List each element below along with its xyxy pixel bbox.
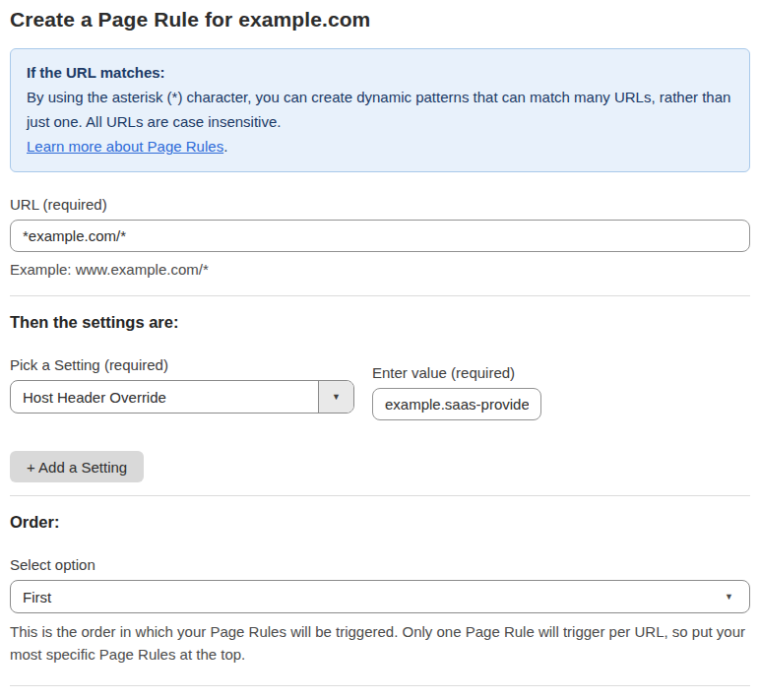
setting-value-input[interactable] (372, 388, 541, 420)
select-arrow-button[interactable]: ▼ (318, 381, 353, 413)
enter-value-column: Enter value (required) (372, 364, 541, 420)
settings-section-heading: Then the settings are: (10, 313, 750, 332)
order-helper-text: This is the order in which your Page Rul… (10, 620, 750, 666)
order-selected-value: First (23, 589, 51, 605)
add-setting-button[interactable]: + Add a Setting (10, 451, 144, 482)
url-example-helper: Example: www.example.com/* (10, 261, 750, 278)
order-select-label: Select option (10, 556, 750, 573)
pick-setting-column: Pick a Setting (required) Host Header Ov… (10, 356, 354, 414)
order-select[interactable]: First ▼ (10, 580, 750, 613)
info-box-link-line: Learn more about Page Rules. (27, 134, 733, 159)
divider (10, 295, 750, 296)
order-section-heading: Order: (10, 513, 750, 532)
pick-setting-selected-value: Host Header Override (11, 381, 318, 413)
caret-down-icon: ▼ (332, 393, 341, 402)
caret-down-icon: ▼ (725, 593, 733, 602)
page-title: Create a Page Rule for example.com (10, 8, 750, 32)
divider (10, 495, 750, 496)
divider (10, 685, 750, 686)
url-input[interactable] (10, 220, 750, 252)
pick-setting-select[interactable]: Host Header Override ▼ (10, 380, 354, 414)
learn-more-link[interactable]: Learn more about Page Rules (27, 138, 223, 155)
create-page-rule-form: Create a Page Rule for example.com If th… (0, 0, 760, 700)
enter-value-label: Enter value (required) (372, 364, 541, 381)
url-section: URL (required) Example: www.example.com/… (10, 196, 750, 278)
url-matches-info-box: If the URL matches: By using the asteris… (10, 48, 750, 172)
info-box-heading: If the URL matches: (27, 60, 733, 85)
info-box-body: By using the asterisk (*) character, you… (27, 85, 733, 134)
settings-row: Pick a Setting (required) Host Header Ov… (10, 356, 750, 420)
link-suffix: . (223, 138, 227, 155)
pick-setting-label: Pick a Setting (required) (10, 356, 354, 373)
url-label: URL (required) (10, 196, 750, 213)
